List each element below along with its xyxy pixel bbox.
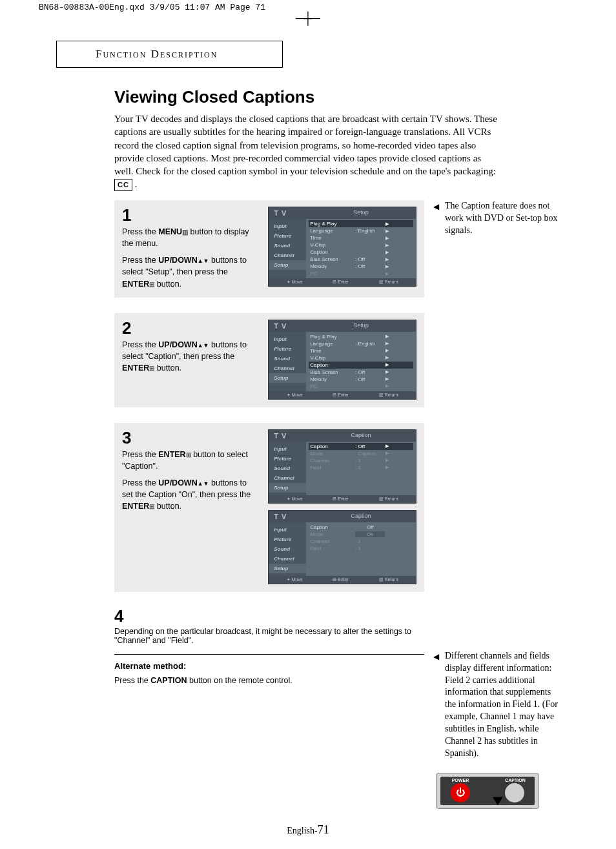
side-setup: Setup [269,260,306,270]
r: Caption [310,249,355,255]
osd-main: Plug & Play▶ Language: English▶ Time▶ V-… [306,332,416,391]
osd-tab: Caption [306,430,416,442]
power-button [451,783,470,803]
osd-tv: T V [269,430,306,442]
t: Press the [122,340,158,349]
t: Press the [122,256,158,265]
side-channel: Channel [269,363,306,373]
updown-icon [198,340,209,349]
side-channel: Channel [269,554,306,564]
step-1-text: 1 Press the MENU button to display the m… [122,207,259,290]
right-column: The Caption feature does not work with D… [436,200,560,809]
arrow-icon: ▶ [385,221,389,227]
side-input: Input [269,334,306,344]
menu-icon [182,227,188,236]
note-top: The Caption feature does not work with D… [436,200,560,237]
osd-step1: T VSetup Input Picture Sound Channel Set… [268,207,416,287]
intro-paragraph: Your TV decodes and displays the closed … [114,112,502,191]
enter-icon [186,450,191,459]
enter-label: ENTER [122,280,149,289]
v: : Off [355,444,385,449]
enter-label: ENTER [122,502,149,511]
v: : 1 [355,465,385,471]
f: ⊞ Enter [333,280,349,285]
updown-label: UP/DOWN [158,340,197,349]
v: : Off [355,369,385,375]
remote-illustration: POWER CAPTION ▼ [436,773,539,809]
caption-button [505,783,524,803]
arrow-icon: ▶ [385,229,389,234]
v: : English [355,341,385,347]
r: Mode [310,531,355,537]
updown-label: UP/DOWN [158,478,197,487]
side-sound: Sound [269,241,306,251]
arrow-icon: ▶ [385,384,389,389]
alt-title: Alternate method: [114,661,424,671]
r: V-Chip [310,242,355,248]
arrow-icon: ▶ [385,257,389,262]
r: Caption [310,444,355,449]
v: : English [355,228,385,234]
f: ⊞ Enter [333,577,349,582]
r: Mode [310,451,355,456]
t: Press the [122,227,158,236]
page-number: 71 [318,823,329,836]
f: ✦ Move [287,496,303,502]
osd-main: CaptionOff ModeOn Channel: 1 Field: 1 [306,522,416,576]
side-channel: Channel [269,251,306,260]
menu-label: MENU [158,227,182,236]
r: Language [310,228,355,234]
v: : 1 [355,458,385,464]
arrow-icon: ▶ [385,376,389,382]
r: V-Chip [310,355,355,361]
f: ✦ Move [287,577,303,582]
t: button. [154,363,181,373]
step-2-box: 2 Press the UP/DOWN buttons to select "C… [114,313,424,407]
t: button. [154,502,181,511]
page-title: Viewing Closed Captions [114,87,560,107]
side-setup: Setup [269,564,306,573]
pointer-arrow-icon: ▼ [489,791,506,810]
v: : 1 [355,538,385,544]
t: Press the [114,676,150,685]
step-2-num: 2 [122,320,259,336]
v: : Off [355,263,385,269]
side-picture: Picture [269,454,306,464]
arrow-icon: ▶ [385,348,389,353]
page: Function Description Viewing Closed Capt… [50,41,566,849]
osd-side: Input Picture Sound Channel Setup [269,332,306,391]
enter-label: ENTER [122,363,149,373]
osd-side: Input Picture Sound Channel Setup [269,522,306,576]
r: Time [310,235,355,241]
page-footer: English-71 [56,823,560,837]
osd-tab: Caption [306,511,416,522]
t: Press the [122,478,158,487]
f: ✦ Move [287,393,303,398]
osd-tv: T V [269,207,306,219]
f: ▥ Return [379,280,398,285]
r: Plug & Play [310,221,355,227]
arrow-icon: ▶ [385,271,389,276]
r: Melody [310,263,355,269]
intro-text: Your TV decodes and displays the closed … [114,114,497,176]
caption-label: CAPTION [504,777,526,783]
v: : Off [355,376,385,382]
t: Press the [122,450,158,459]
side-sound: Sound [269,464,306,473]
osd-main: Caption: Off▶ Mode: Caption▶ Channel: 1▶… [306,442,416,495]
r: Channel [310,458,355,464]
updown-icon [198,478,209,487]
arrow-icon: ▶ [385,451,389,456]
f: ▥ Return [379,577,398,582]
crop-mark-top: ─┼─ [0,15,616,21]
f: ▥ Return [379,393,398,398]
osd-main: Plug & Play▶ Language: English▶ Time▶ V-… [306,219,416,278]
r: Field [310,546,355,551]
r: PC [310,271,355,276]
arrow-icon: ▶ [385,369,389,374]
arrow-icon: ▶ [385,465,389,470]
step-3-num: 3 [122,429,259,446]
r: Melody [310,376,355,382]
side-input: Input [269,525,306,535]
enter-label: ENTER [158,450,185,459]
